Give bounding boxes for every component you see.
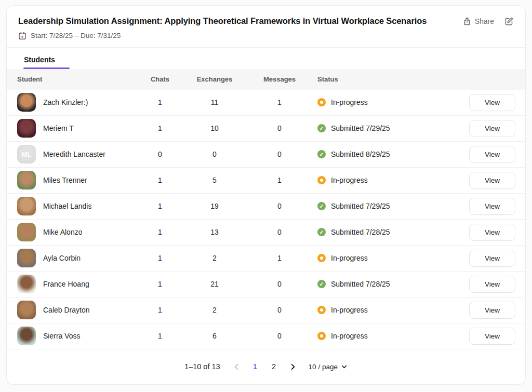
status-text: Submitted 7/29/25 [331,202,390,210]
view-button[interactable]: View [469,146,515,163]
chats-count: 1 [137,280,183,288]
status-icon [317,306,326,314]
chats-count: 0 [137,150,183,158]
column-header-exchanges: Exchanges [183,75,246,83]
student-name: Meredith Lancaster [43,150,105,158]
table-row: Caleb Drayton 1 2 0 In-progress View [7,298,525,323]
chats-count: 1 [137,228,183,236]
view-button[interactable]: View [469,172,515,189]
messages-count: 0 [246,332,313,340]
view-button[interactable]: View [469,94,515,111]
status-icon [317,98,326,106]
status-text: Submitted 7/28/25 [331,280,390,288]
table-row: ML Meredith Lancaster 0 0 0 ✓ Submitted … [7,142,525,168]
status-text: In-progress [331,254,368,262]
next-page-button[interactable] [286,359,300,374]
messages-count: 1 [246,176,313,184]
messages-count: 1 [246,98,313,106]
exchanges-count: 2 [183,306,246,314]
avatar [17,93,36,112]
table-header: Student Chats Exchanges Messages Status [7,69,525,90]
exchanges-count: 10 [183,124,246,132]
status-text: In-progress [331,98,368,106]
messages-count: 1 [246,254,313,262]
avatar [17,119,36,138]
assignment-header: Leadership Simulation Assignment: Applyi… [7,6,525,48]
avatar [17,197,36,215]
student-name: Miles Trenner [43,176,87,184]
status-text: Submitted 7/28/25 [331,228,390,236]
view-button[interactable]: View [469,276,515,293]
messages-count: 0 [246,202,313,210]
chats-count: 1 [137,98,183,106]
student-name: Sierra Voss [43,332,81,340]
pagination: 1–10 of 13 1 2 10 / page [7,349,525,384]
status-text: Submitted 7/29/25 [331,124,390,132]
avatar [17,223,36,241]
page-button-2[interactable]: 2 [267,359,281,374]
assignment-dates: Start: 7/28/25 – Due: 7/31/25 [18,32,514,40]
page-title: Leadership Simulation Assignment: Applyi… [18,16,427,26]
chats-count: 1 [137,306,183,314]
calendar-icon [18,32,26,40]
messages-count: 0 [246,124,313,132]
status-text: Submitted 8/29/25 [331,150,390,158]
prev-page-button[interactable] [230,359,244,374]
edit-icon [504,17,514,26]
chats-count: 1 [137,254,183,262]
exchanges-count: 0 [183,150,246,158]
view-button[interactable]: View [469,328,515,345]
share-button[interactable]: Share [463,17,494,26]
column-header-status: Status [313,75,443,83]
exchanges-count: 2 [183,254,246,262]
view-button[interactable]: View [469,224,515,241]
table-row: Michael Landis 1 19 0 ✓ Submitted 7/29/2… [7,194,525,220]
messages-count: 0 [246,306,313,314]
status-icon: ✓ [317,124,326,132]
column-header-student: Student [7,75,137,83]
chats-count: 1 [137,124,183,132]
chats-count: 1 [137,176,183,184]
status-icon [317,332,326,340]
avatar: ML [17,145,36,164]
view-button[interactable]: View [469,250,515,267]
exchanges-count: 19 [183,202,246,210]
view-button[interactable]: View [469,120,515,137]
exchanges-count: 5 [183,176,246,184]
table-row: Miles Trenner 1 5 1 In-progress View [7,168,525,194]
messages-count: 0 [246,150,313,158]
table-row: Ayla Corbin 1 2 1 In-progress View [7,246,525,272]
tab-bar: Students [7,48,525,69]
assignment-card: Leadership Simulation Assignment: Applyi… [6,5,526,385]
tab-students[interactable]: Students [23,56,70,69]
messages-count: 0 [246,280,313,288]
view-button[interactable]: View [469,302,515,319]
avatar [17,327,36,345]
student-name: Caleb Drayton [43,306,90,314]
page-size-select[interactable]: 10 / page [309,363,348,371]
student-name: Michael Landis [43,202,91,210]
student-name: Meriem T [43,124,74,132]
status-icon: ✓ [317,228,326,236]
chevron-left-icon [233,363,241,371]
status-icon: ✓ [317,150,326,158]
student-name: Ayla Corbin [43,254,81,262]
table-row: France Hoang 1 21 0 ✓ Submitted 7/28/25 … [7,272,525,298]
chevron-right-icon [289,363,297,371]
table-row: Meriem T 1 10 0 ✓ Submitted 7/29/25 View [7,116,525,142]
chevron-down-icon [341,363,348,370]
edit-button[interactable] [504,17,514,26]
avatar [17,275,36,293]
student-name: Mike Alonzo [43,228,82,236]
date-range-text: Start: 7/28/25 – Due: 7/31/25 [31,32,121,39]
view-button[interactable]: View [469,198,515,215]
messages-count: 0 [246,228,313,236]
column-header-chats: Chats [137,75,183,83]
student-name: Zach Kinzler:) [43,98,88,106]
share-button-label: Share [475,17,494,25]
pagination-range: 1–10 of 13 [184,362,220,371]
page-button-1[interactable]: 1 [248,359,262,374]
status-icon: ✓ [317,280,326,288]
page-size-label: 10 / page [309,363,338,371]
exchanges-count: 6 [183,332,246,340]
